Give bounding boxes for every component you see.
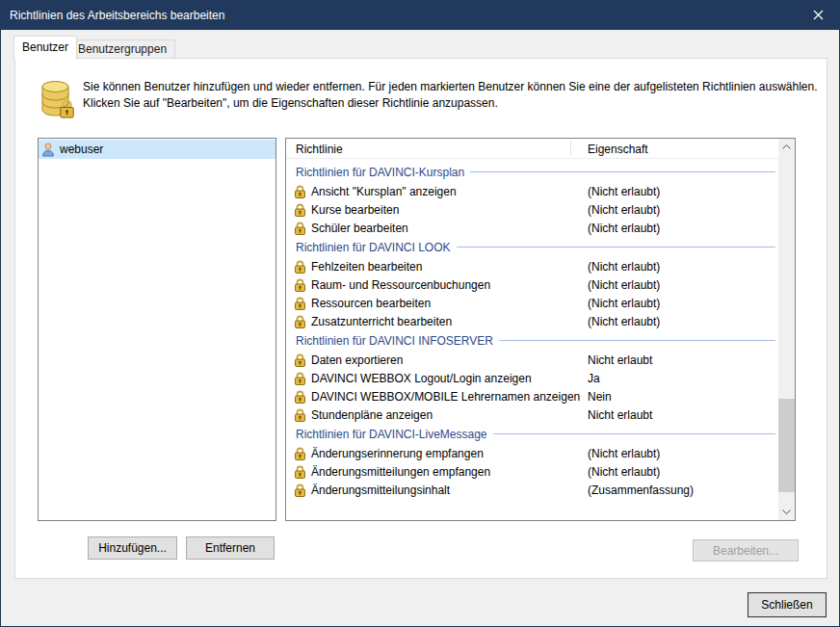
policy-value: (Nicht erlaubt) bbox=[588, 203, 660, 217]
lock-icon bbox=[294, 222, 306, 235]
table-row[interactable]: Kurse bearbeiten (Nicht erlaubt) bbox=[286, 200, 778, 219]
table-row[interactable]: Fehlzeiten bearbeiten (Nicht erlaubt) bbox=[286, 257, 778, 275]
policy-table-header: Richtlinie Eigenschaft bbox=[286, 139, 778, 159]
lock-icon bbox=[294, 203, 306, 217]
database-lock-icon bbox=[38, 80, 76, 123]
table-row[interactable]: Raum- und Ressourcenbuchungen (Nicht erl… bbox=[286, 275, 778, 294]
lock-icon bbox=[294, 353, 306, 367]
dialog-window: Richtlinien des Arbeitsbereichs bearbeit… bbox=[0, 0, 840, 627]
policy-name: Daten exportieren bbox=[311, 353, 588, 367]
lock-icon bbox=[294, 297, 306, 310]
section-title: Richtlinien für DAVINCI LOOK bbox=[296, 241, 451, 254]
policy-value: (Nicht erlaubt) bbox=[588, 260, 660, 274]
lock-icon bbox=[294, 390, 306, 404]
lock-icon bbox=[294, 315, 306, 328]
section-divider-line bbox=[493, 433, 775, 434]
section-divider-line bbox=[470, 171, 775, 172]
column-header-eigenschaft[interactable]: Eigenschaft bbox=[588, 143, 648, 156]
policy-value: (Nicht erlaubt) bbox=[588, 222, 660, 235]
table-row[interactable]: Ansicht "Kursplan" anzeigen (Nicht erlau… bbox=[286, 182, 778, 200]
policy-name: DAVINCI WEBBOX/MOBILE Lehrernamen anzeig… bbox=[311, 390, 588, 404]
policy-table: Richtlinie Eigenschaft Richtlinien für D… bbox=[285, 138, 796, 521]
scrollbar-thumb[interactable] bbox=[778, 399, 795, 492]
tab-benutzer[interactable]: Benutzer bbox=[13, 36, 77, 59]
policy-value: (Nicht erlaubt) bbox=[588, 465, 660, 479]
policy-value: (Nicht erlaubt) bbox=[588, 278, 660, 292]
window-title: Richtlinien des Arbeitsbereichs bearbeit… bbox=[10, 9, 224, 22]
policy-value: Nein bbox=[588, 390, 612, 404]
info-text: Sie können Benutzer hinzufügen und wiede… bbox=[83, 79, 821, 112]
tab-benutzergruppen-label: Benutzergruppen bbox=[78, 42, 167, 56]
policy-name: Änderungsmitteilungen empfangen bbox=[311, 465, 588, 479]
section-title: Richtlinien für DAVINCI-LiveMessage bbox=[296, 428, 487, 441]
policy-value: (Nicht erlaubt) bbox=[588, 447, 660, 460]
section-title: Richtlinien für DAVINCI-Kursplan bbox=[296, 166, 464, 179]
policy-name: Ansicht "Kursplan" anzeigen bbox=[311, 185, 588, 198]
table-row[interactable]: Zusatzunterricht bearbeiten (Nicht erlau… bbox=[286, 312, 778, 330]
table-row[interactable]: DAVINCI WEBBOX Logout/Login anzeigen Ja bbox=[286, 369, 778, 387]
table-row[interactable]: Änderungsmitteilungen empfangen (Nicht e… bbox=[286, 462, 778, 481]
edit-policy-button[interactable]: Bearbeiten... bbox=[693, 539, 799, 562]
table-row[interactable]: Daten exportieren Nicht erlaubt bbox=[286, 351, 778, 369]
policy-value: (Zusammenfassung) bbox=[588, 483, 694, 497]
lock-icon bbox=[294, 483, 306, 497]
policy-name: Stundenpläne anzeigen bbox=[311, 408, 588, 422]
title-bar: Richtlinien des Arbeitsbereichs bearbeit… bbox=[0, 0, 840, 30]
policy-section-header: Richtlinien für DAVINCI-Kursplan bbox=[286, 162, 778, 182]
remove-user-button[interactable]: Entfernen bbox=[186, 536, 275, 560]
lock-icon bbox=[294, 185, 306, 198]
policy-name: Kurse bearbeiten bbox=[311, 203, 588, 217]
policy-name: Änderungsmitteilungsinhalt bbox=[311, 483, 588, 497]
close-icon[interactable] bbox=[797, 0, 840, 29]
table-row[interactable]: DAVINCI WEBBOX/MOBILE Lehrernamen anzeig… bbox=[286, 387, 778, 405]
table-row[interactable]: Änderungsmitteilungsinhalt (Zusammenfass… bbox=[286, 481, 778, 499]
section-divider-line bbox=[457, 247, 776, 248]
policy-list: Richtlinien für DAVINCI-Kursplan Ansicht… bbox=[286, 160, 778, 520]
policy-value: (Nicht erlaubt) bbox=[588, 297, 660, 310]
lock-icon bbox=[294, 408, 306, 422]
close-dialog-button[interactable]: Schließen bbox=[748, 592, 827, 617]
policy-name: Fehlzeiten bearbeiten bbox=[311, 260, 588, 274]
lock-icon bbox=[294, 278, 306, 292]
lock-icon bbox=[294, 260, 306, 274]
scroll-down-icon[interactable] bbox=[778, 504, 795, 520]
vertical-scrollbar[interactable] bbox=[778, 139, 795, 520]
tab-benutzer-label: Benutzer bbox=[22, 40, 68, 54]
column-header-richtlinie[interactable]: Richtlinie bbox=[296, 143, 343, 156]
policy-section-header: Richtlinien für DAVINCI-LiveMessage bbox=[286, 424, 778, 444]
section-title: Richtlinien für DAVINCI INFOSERVER bbox=[296, 334, 493, 348]
policy-value: Nicht erlaubt bbox=[588, 408, 652, 422]
policy-name: Ressourcen bearbeiten bbox=[311, 297, 588, 310]
table-row[interactable]: Schüler bearbeiten (Nicht erlaubt) bbox=[286, 219, 778, 237]
user-list[interactable]: webuser bbox=[38, 138, 276, 521]
list-item-user[interactable]: webuser bbox=[39, 140, 276, 159]
lock-icon bbox=[294, 447, 306, 460]
policy-value: (Nicht erlaubt) bbox=[588, 315, 660, 328]
policy-section-header: Richtlinien für DAVINCI LOOK bbox=[286, 237, 778, 257]
policy-name: Änderungserinnerung empfangen bbox=[311, 447, 588, 460]
scroll-up-icon[interactable] bbox=[778, 139, 795, 155]
close-x-glyph bbox=[813, 10, 824, 20]
policy-name: Zusatzunterricht bearbeiten bbox=[311, 315, 588, 328]
tab-benutzergruppen[interactable]: Benutzergruppen bbox=[69, 39, 175, 58]
policy-value: (Nicht erlaubt) bbox=[588, 185, 660, 198]
lock-icon bbox=[294, 372, 306, 385]
policy-section-header: Richtlinien für DAVINCI INFOSERVER bbox=[286, 330, 778, 351]
policy-value: Ja bbox=[588, 372, 600, 385]
table-row[interactable]: Stundenpläne anzeigen Nicht erlaubt bbox=[286, 405, 778, 424]
table-row[interactable]: Ressourcen bearbeiten (Nicht erlaubt) bbox=[286, 294, 778, 312]
lock-icon bbox=[294, 465, 306, 479]
table-row[interactable]: Änderungserinnerung empfangen (Nicht erl… bbox=[286, 444, 778, 462]
add-user-button[interactable]: Hinzufügen... bbox=[88, 536, 177, 560]
user-label: webuser bbox=[60, 143, 103, 156]
section-divider-line bbox=[499, 340, 775, 341]
policy-name: Raum- und Ressourcenbuchungen bbox=[311, 278, 588, 292]
user-icon bbox=[41, 143, 55, 157]
policy-value: Nicht erlaubt bbox=[588, 353, 652, 367]
policy-name: DAVINCI WEBBOX Logout/Login anzeigen bbox=[311, 372, 588, 385]
tab-page-benutzer: Sie können Benutzer hinzufügen und wiede… bbox=[14, 58, 827, 579]
policy-name: Schüler bearbeiten bbox=[311, 222, 588, 235]
column-separator bbox=[570, 141, 571, 156]
